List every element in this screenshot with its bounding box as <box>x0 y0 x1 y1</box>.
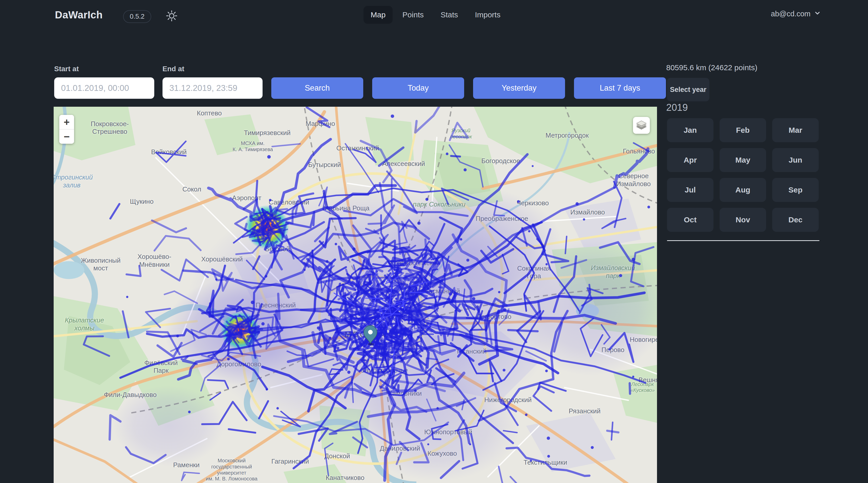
month-button-may[interactable]: May <box>720 148 766 172</box>
sidebar-divider <box>667 240 819 241</box>
month-button-apr[interactable]: Apr <box>667 148 713 172</box>
year-heading: 2019 <box>666 102 688 113</box>
zoom-in-button[interactable]: + <box>59 115 74 129</box>
nav-item-map[interactable]: Map <box>364 6 393 24</box>
map-canvas[interactable]: КоптевоПокровское- СтрешневоТимирязевски… <box>54 107 657 483</box>
version-badge: 0.5.2 <box>123 10 151 23</box>
month-button-jul[interactable]: Jul <box>667 178 713 202</box>
month-button-nov[interactable]: Nov <box>720 208 766 232</box>
chevron-down-icon <box>814 9 821 19</box>
month-button-feb[interactable]: Feb <box>720 118 766 142</box>
month-button-mar[interactable]: Mar <box>772 118 819 142</box>
month-button-jan[interactable]: Jan <box>667 118 713 142</box>
sun-icon <box>165 19 178 23</box>
distance-stats: 80595.6 km (24622 points) <box>666 63 757 72</box>
yesterday-button[interactable]: Yesterday <box>473 77 565 99</box>
month-button-aug[interactable]: Aug <box>720 178 766 202</box>
end-at-input[interactable] <box>162 77 262 99</box>
start-at-label: Start at <box>54 65 79 73</box>
layers-control[interactable] <box>633 117 650 134</box>
nav-item-imports[interactable]: Imports <box>468 6 507 24</box>
month-button-sep[interactable]: Sep <box>772 178 819 202</box>
end-at-label: End at <box>162 65 184 73</box>
layers-icon <box>635 119 648 132</box>
month-button-jun[interactable]: Jun <box>772 148 819 172</box>
gps-tracks-layer <box>54 107 657 483</box>
user-menu[interactable]: ab@cd.com <box>771 9 821 19</box>
month-button-dec[interactable]: Dec <box>772 208 819 232</box>
nav-item-points[interactable]: Points <box>395 6 431 24</box>
nav-item-stats[interactable]: Stats <box>433 6 465 24</box>
last-7-days-button[interactable]: Last 7 days <box>574 77 666 99</box>
theme-toggle-button[interactable] <box>165 10 178 22</box>
map-zoom-control: + − <box>59 115 74 144</box>
main-nav: Map Points Stats Imports <box>364 6 507 24</box>
user-email: ab@cd.com <box>771 10 810 18</box>
today-button[interactable]: Today <box>372 77 464 99</box>
app-logo[interactable]: DaWarIch <box>55 9 103 21</box>
select-year-button[interactable]: Select year <box>667 78 709 101</box>
zoom-out-button[interactable]: − <box>59 129 74 144</box>
month-button-oct[interactable]: Oct <box>667 208 713 232</box>
search-button[interactable]: Search <box>271 77 363 99</box>
start-at-input[interactable] <box>54 77 154 99</box>
month-grid: Jan Feb Mar Apr May Jun Jul Aug Sep Oct … <box>667 118 819 232</box>
